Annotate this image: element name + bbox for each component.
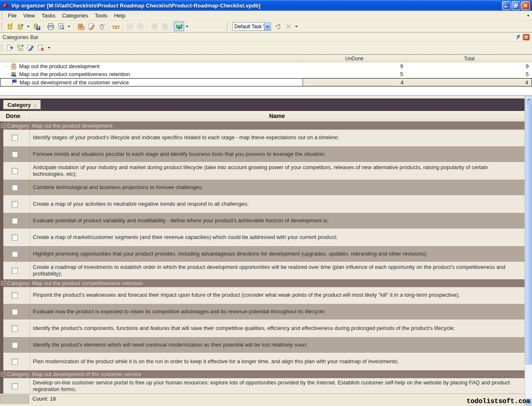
notebook-view-button[interactable] <box>174 22 184 31</box>
new-database-button[interactable] <box>5 22 15 31</box>
minimize-button[interactable] <box>502 1 511 10</box>
task-row[interactable]: Create a map of market/customer segments… <box>0 229 525 246</box>
menu-help[interactable]: Help <box>111 11 128 20</box>
assign-task-button[interactable] <box>96 22 107 31</box>
categories-bar-title: Categories Bar <box>2 34 39 40</box>
category-row-product-development[interactable]: Map out the product development 9 9 <box>0 62 532 70</box>
task-checkbox[interactable] <box>12 234 18 241</box>
notebook-view-dropdown-icon[interactable] <box>186 26 188 27</box>
toolbar-grip[interactable] <box>1 23 2 30</box>
restore-button[interactable] <box>512 1 520 10</box>
open-database-button[interactable] <box>15 22 25 31</box>
task-view-value[interactable]: Default Task V <box>232 22 264 31</box>
save-database-button[interactable] <box>31 22 42 31</box>
total-count: 9 <box>406 63 532 69</box>
task-checkbox[interactable] <box>12 185 18 191</box>
print-preview-button[interactable] <box>56 22 66 31</box>
task-row[interactable]: Combine technological and business proje… <box>0 180 525 196</box>
task-checkbox[interactable] <box>12 309 18 315</box>
task-row[interactable]: Identify the product's elements which wi… <box>0 337 525 354</box>
toolbar-grip-2[interactable] <box>227 23 228 30</box>
new-task-button[interactable] <box>76 22 86 31</box>
task-checkbox[interactable] <box>12 342 18 348</box>
edit-category-button[interactable] <box>25 43 36 53</box>
apply-view-button[interactable] <box>273 22 283 31</box>
combo-dropdown-icon[interactable] <box>264 22 271 31</box>
open-database-icon <box>17 23 24 30</box>
task-row[interactable]: Evaluate potential of product variabilit… <box>0 213 525 229</box>
task-row[interactable]: Plan modernization of the product while … <box>0 354 525 370</box>
task-checkbox[interactable] <box>12 359 18 365</box>
column-header-undone[interactable]: UnDone <box>303 55 406 62</box>
column-header-category[interactable] <box>0 55 303 62</box>
task-text: Create a map of your activities to neutr… <box>33 201 249 207</box>
sort-ascending-icon: △ <box>34 103 37 107</box>
task-checkbox[interactable] <box>12 135 18 141</box>
menu-view[interactable]: View <box>20 11 38 20</box>
menu-file[interactable]: File <box>5 11 20 20</box>
task-checkbox[interactable] <box>12 268 18 274</box>
add-subcategory-button[interactable] <box>15 43 25 53</box>
task-row[interactable]: Identify the product's components, funct… <box>0 320 525 337</box>
window-title: Vip organizer [M:\Vlad\Checklists\Produc… <box>11 2 502 9</box>
pin-icon[interactable] <box>515 34 521 40</box>
task-text: Develop on-line customer service portal … <box>33 379 520 393</box>
task-row[interactable]: Highlight promising opportunities that y… <box>0 246 525 263</box>
collapse-icon[interactable] <box>1 372 5 376</box>
task-grid-header: Done Name <box>0 111 525 122</box>
column-header-total[interactable]: Total <box>406 55 532 62</box>
categories-bar-close-button[interactable] <box>523 34 530 40</box>
edit-task-button[interactable] <box>86 22 96 31</box>
task-checkbox[interactable] <box>12 325 18 332</box>
task-checkbox[interactable] <box>12 292 18 298</box>
categories-toolbar-overflow-icon[interactable] <box>48 47 50 49</box>
move-category-button[interactable] <box>5 43 15 53</box>
column-header-done[interactable]: Done <box>0 111 30 121</box>
view-glasses-button[interactable] <box>111 22 121 31</box>
task-row[interactable]: Develop on-line customer service portal … <box>0 378 525 394</box>
task-checkbox[interactable] <box>12 151 18 157</box>
mark-incomplete-button <box>135 22 145 31</box>
menubar-overflow-icon[interactable] <box>527 15 530 17</box>
glasses-icon <box>112 23 120 30</box>
task-checkbox[interactable] <box>12 251 18 257</box>
toolbar-overflow-icon[interactable] <box>295 26 298 27</box>
vertical-scrollbar[interactable] <box>525 96 532 406</box>
task-row[interactable]: Evaluate how the product is expected to … <box>0 304 525 320</box>
task-row[interactable]: Create a roadmap of investments to estab… <box>0 263 525 279</box>
column-header-name[interactable]: Name <box>30 111 525 121</box>
task-row[interactable]: Identify stages of your product's lifecy… <box>0 130 525 146</box>
menu-tasks[interactable]: Tasks <box>38 11 59 20</box>
collapse-icon[interactable] <box>1 281 5 285</box>
group-header-product-development[interactable]: Category: Map out the product developmen… <box>0 122 525 130</box>
print-button[interactable] <box>45 22 56 31</box>
task-row[interactable]: Pinpoint the product's weaknesses and fo… <box>0 287 525 304</box>
task-checkbox[interactable] <box>12 201 18 207</box>
toolbar-separator <box>108 22 109 31</box>
group-header-competitiveness[interactable]: Category: Map out the product competitiv… <box>0 279 525 287</box>
task-checkbox[interactable] <box>12 218 18 224</box>
scroll-up-icon[interactable] <box>525 96 532 103</box>
category-row-customer-service[interactable]: Map out development of the customer serv… <box>0 78 532 86</box>
task-view-combobox[interactable]: Default Task V <box>232 22 271 31</box>
task-row[interactable]: Foresee trends and situations peculiar t… <box>0 146 525 163</box>
task-row[interactable]: Anticipate mutation of your industry and… <box>0 163 525 180</box>
menubar-grip[interactable] <box>1 12 2 20</box>
category-row-competitiveness[interactable]: Map out the product competitiveness rete… <box>0 70 532 78</box>
task-row[interactable]: Create a map of your activities to neutr… <box>0 196 525 213</box>
group-by-category-button[interactable]: Category △ <box>3 100 41 109</box>
task-text: Pinpoint the product's weaknesses and fo… <box>33 292 460 298</box>
task-checkbox[interactable] <box>12 383 18 389</box>
close-button[interactable] <box>521 1 530 10</box>
task-checkbox[interactable] <box>12 168 18 174</box>
collapse-icon[interactable] <box>1 123 5 128</box>
scrollbar-thumb[interactable] <box>525 103 532 364</box>
categories-toolbar-grip[interactable] <box>1 44 2 52</box>
menu-categories[interactable]: Categories <box>59 11 91 20</box>
group-header-customer-service[interactable]: Category: Map out development of the cus… <box>0 370 525 378</box>
group-indent-strip <box>0 122 3 394</box>
open-database-dropdown-icon[interactable] <box>27 26 30 27</box>
delete-category-button[interactable] <box>36 43 46 53</box>
menu-tools[interactable]: Tools <box>91 11 111 20</box>
print-preview-dropdown-icon[interactable] <box>68 26 70 27</box>
